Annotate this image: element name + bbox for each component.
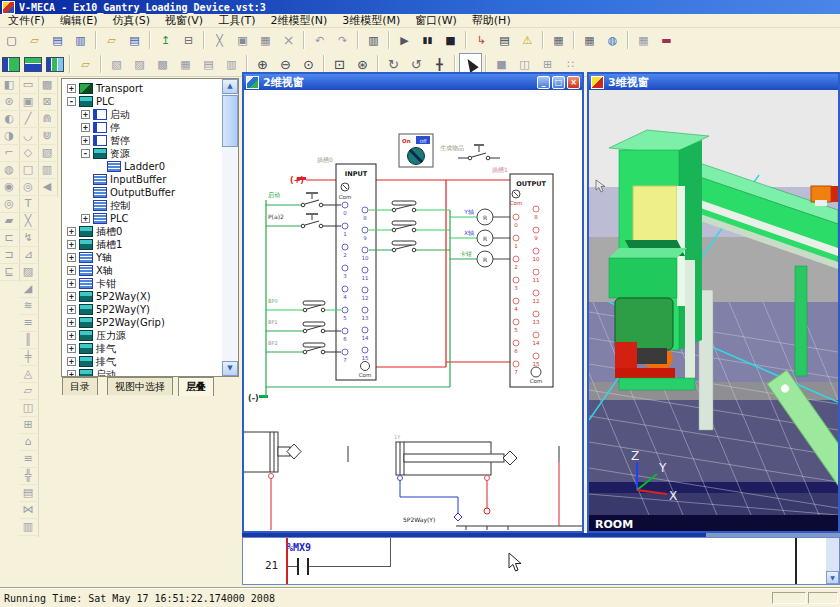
expand-toggle[interactable]: + [67,370,76,377]
window-2d-titlebar[interactable]: 2维视窗 _ □ × [244,74,582,90]
tree-item[interactable]: -资源 [62,147,130,160]
tree-item[interactable]: +5P2Way(Grip) [62,316,165,329]
tree-item[interactable]: +暂停 [62,134,130,147]
tool-icon[interactable]: ◬ [19,365,37,383]
tree-item[interactable]: +Y轴 [62,251,112,264]
expand-toggle[interactable]: + [81,110,90,119]
tool-icon[interactable]: ◎ [19,178,37,196]
pushbutton-generate[interactable] [458,145,500,160]
tool-icon[interactable]: ⌂ [19,433,37,451]
layout-quad-button[interactable] [46,57,64,72]
copy-button[interactable]: ▣ [231,29,254,51]
tree-item[interactable]: +排气 [62,355,116,368]
iso-view-2-button[interactable]: ▨ [128,53,151,75]
stop-button[interactable]: ■ [439,29,462,51]
tool-icon[interactable]: ║ [19,331,37,349]
new-button[interactable]: ▢ [0,29,23,51]
expand-toggle[interactable]: + [81,136,90,145]
tool-icon[interactable]: ⋓ [38,127,56,145]
tree-item[interactable]: -PLC [62,95,115,108]
tool-icon[interactable]: ◉ [0,178,18,196]
open-button[interactable]: ▱ [23,29,46,51]
maximize-button[interactable]: □ [552,76,565,89]
tool-icon[interactable]: ◎ [0,195,18,213]
open-3d-button[interactable]: ▱ [74,53,97,75]
tool-icon[interactable]: ▥ [19,518,37,536]
rotary-switch[interactable]: On Off [399,134,433,167]
save-button[interactable]: ▤ [46,29,69,51]
expand-toggle[interactable]: + [67,279,76,288]
menu-tools[interactable]: 工具(T) [218,13,255,28]
tool-icon[interactable]: □ [19,161,37,179]
tree-item[interactable]: +插槽0 [62,225,122,238]
ladder-panel[interactable]: 21 %MX9 ▼ [242,537,840,585]
scroll-thumb[interactable] [222,95,238,147]
expand-toggle[interactable]: + [67,253,76,262]
menu-view[interactable]: 视窗(V) [165,13,203,28]
tool-icon[interactable]: ▤ [19,484,37,502]
tool-icon[interactable]: ▨ [19,263,37,281]
tool-icon[interactable]: ╬ [19,467,37,485]
tool-icon[interactable]: ▧ [38,144,56,162]
tool-icon[interactable]: ▰ [0,212,18,230]
expand-toggle[interactable]: + [67,331,76,340]
help-book-button[interactable]: ▬ [655,29,678,51]
delete-button[interactable]: × [277,29,300,51]
menu-simulation[interactable]: 仿真(S) [112,13,150,28]
tree-item[interactable]: +X轴 [62,264,113,277]
project-tree[interactable]: +Transport -PLC +启动 +停 +暂停 -资源 Ladder0 I… [61,78,239,377]
save-all-button[interactable]: ▥ [69,29,92,51]
tool-icon[interactable]: ⊛ [0,93,18,111]
iso-view-5-button[interactable]: ▤ [197,53,220,75]
tool-icon[interactable]: ╱ [19,110,37,128]
tool-icon[interactable]: T [19,195,37,213]
play-button[interactable]: ▶ [393,29,416,51]
paste-button[interactable]: ▦ [254,29,277,51]
tool-icon[interactable]: ◇ [19,144,37,162]
expand-toggle[interactable]: - [81,149,90,158]
print-button[interactable]: ⊟ [177,29,200,51]
tool-icon[interactable]: ◀ [38,178,56,196]
tool-icon[interactable]: ◫ [19,399,37,417]
tool-icon[interactable]: ◐ [0,110,18,128]
tool-icon[interactable]: ╪ [19,348,37,366]
expand-toggle[interactable]: + [67,357,76,366]
expand-toggle[interactable]: + [67,266,76,275]
export-button[interactable]: ↥ [154,29,177,51]
table-view-button[interactable]: ▦ [578,29,601,51]
tool-icon[interactable]: ⊏ [0,229,18,247]
expand-toggle[interactable]: + [81,214,90,223]
tree-item[interactable]: +Transport [62,82,143,95]
menu-help[interactable]: 帮助(H) [472,13,511,28]
tree-item[interactable]: +插槽1 [62,238,122,251]
tree-item[interactable]: +启动 [62,368,116,377]
tool-icon[interactable]: ◑ [0,127,18,145]
tree-item[interactable]: +5P2Way(Y) [62,303,150,316]
tree-item[interactable]: 控制 [62,199,130,212]
pause-button[interactable]: ▮▮ [416,29,439,51]
menu-2d-model[interactable]: 2维模型(N) [270,13,327,28]
tool-icon[interactable]: ⊑ [0,263,18,281]
tool-icon[interactable]: ⋈ [19,501,37,519]
app-titlebar[interactable]: V-MECA - Ex10_Gantry_Loading_Device.vst:… [0,0,840,14]
window-3d-titlebar[interactable]: 3维视窗 [589,74,838,90]
tool-icon[interactable]: ≋ [19,297,37,315]
tool-icon[interactable]: ▱ [19,382,37,400]
tool-icon[interactable]: ≌ [19,450,37,468]
tree-item[interactable]: Ladder0 [62,160,165,173]
expand-toggle[interactable]: + [67,292,76,301]
tool-icon[interactable]: ⊿ [19,246,37,264]
layout-split-bottom-button[interactable] [24,57,42,72]
tree-item[interactable]: +排气 [62,342,116,355]
wire-route-button[interactable]: ↳ [470,29,493,51]
tree-item[interactable]: InputBuffer [62,173,166,186]
tool-icon[interactable]: ⊐ [0,246,18,264]
tool-icon[interactable]: ◢ [19,280,37,298]
cut-button[interactable]: ╳ [208,29,231,51]
tab-select-in-view[interactable]: 视图中选择 [107,377,173,395]
circuit-canvas[interactable]: (+) (-) 插槽0 INPUT Com 01234567 891011121… [244,90,582,531]
tool-icon[interactable]: ▣ [19,93,37,111]
ladder-scroll-down-button[interactable]: ▼ [826,571,839,584]
tab-cascade[interactable]: 层叠 [178,377,214,396]
tree-item[interactable]: OutputBuffer [62,186,175,199]
